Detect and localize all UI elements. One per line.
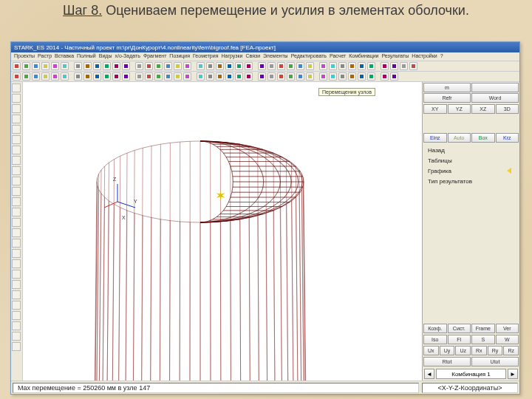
btn-rz[interactable]: Rz: [503, 346, 519, 355]
palette-icon[interactable]: [12, 146, 21, 154]
toolbar-icon[interactable]: [32, 72, 40, 81]
toolbar-icon[interactable]: [225, 72, 233, 81]
toolbar-icon[interactable]: [41, 72, 50, 81]
btn-yz[interactable]: YZ: [448, 104, 471, 114]
toolbar-icon[interactable]: [206, 72, 214, 81]
toolbar-icon[interactable]: [235, 72, 243, 81]
toolbar-icon[interactable]: [164, 72, 172, 81]
toolbar-icon[interactable]: [358, 72, 366, 81]
toolbar-icon[interactable]: [164, 62, 172, 70]
btn-krz[interactable]: Krz: [496, 133, 519, 143]
menu-item[interactable]: Настройки: [412, 53, 437, 58]
toolbar-icon[interactable]: [367, 72, 375, 81]
btn-auto[interactable]: Auto: [448, 133, 471, 143]
palette-icon[interactable]: [12, 115, 21, 123]
toolbar-icon[interactable]: [216, 62, 224, 70]
palette-icon[interactable]: [12, 218, 21, 227]
toolbar-icon[interactable]: [225, 62, 233, 70]
menu-result-type[interactable]: Тип результатов: [426, 177, 516, 187]
toolbar-icon[interactable]: [338, 72, 347, 81]
btn-einz[interactable]: Einz: [423, 133, 447, 143]
palette-icon[interactable]: [12, 332, 21, 341]
toolbar-icon[interactable]: [258, 72, 266, 81]
toolbar-icon[interactable]: [103, 72, 111, 81]
menu-item[interactable]: Фрагмент: [143, 53, 166, 58]
btn-s[interactable]: S: [471, 335, 495, 344]
toolbar-icon[interactable]: [122, 72, 130, 81]
toolbar-icon[interactable]: [381, 62, 389, 70]
combo-prev-icon[interactable]: ◄: [424, 369, 434, 379]
toolbar-icon[interactable]: [235, 62, 243, 70]
toolbar-icon[interactable]: [245, 72, 253, 81]
menu-graphics[interactable]: Графика: [426, 166, 516, 177]
toolbar-icon[interactable]: [287, 62, 295, 70]
toolbar-icon[interactable]: [22, 72, 30, 81]
toolbar-icon[interactable]: [135, 62, 143, 70]
toolbar-icon[interactable]: [338, 62, 347, 70]
toolbar-icon[interactable]: [135, 72, 143, 81]
btn-word[interactable]: Word: [471, 93, 519, 103]
toolbar-icon[interactable]: [174, 72, 182, 81]
menu-item[interactable]: Расчет: [330, 53, 346, 58]
toolbar-icon[interactable]: [277, 72, 285, 81]
titlebar[interactable]: STARK_ES 2014 - Частичный проект m:\pr\Д…: [11, 42, 519, 52]
toolbar-icon[interactable]: [74, 62, 82, 70]
toolbar-icon[interactable]: [183, 72, 191, 81]
btn-utot[interactable]: Utot: [471, 357, 519, 366]
toolbar-icon[interactable]: [296, 72, 304, 81]
toolbar-icon[interactable]: [358, 62, 366, 70]
menu-tables[interactable]: Таблицы: [426, 156, 516, 166]
toolbar-icon[interactable]: [296, 62, 304, 70]
toolbar-icon[interactable]: [306, 72, 314, 81]
toolbar-icon[interactable]: [13, 72, 21, 81]
palette-icon[interactable]: [12, 83, 21, 92]
toolbar-icon[interactable]: [306, 62, 314, 70]
btn-uy[interactable]: Uy: [440, 346, 455, 355]
palette-icon[interactable]: [12, 166, 21, 175]
toolbar-icon[interactable]: [409, 62, 417, 70]
toolbar-icon[interactable]: [329, 72, 337, 81]
toolbar-icon[interactable]: [32, 62, 40, 70]
btn-coef[interactable]: Коэф.: [423, 324, 447, 333]
btn-frame[interactable]: Frame: [471, 324, 495, 333]
palette-icon[interactable]: [12, 321, 21, 330]
toolbar-icon[interactable]: [183, 62, 191, 70]
palette-icon[interactable]: [12, 311, 21, 320]
palette-icon[interactable]: [12, 197, 21, 206]
toolbar-icon[interactable]: [61, 62, 69, 70]
palette-icon[interactable]: [12, 125, 21, 134]
toolbar-icon[interactable]: [74, 72, 82, 81]
menu-item[interactable]: Позиция: [169, 53, 190, 58]
toolbar-icon[interactable]: [319, 62, 327, 70]
toolbar-icon[interactable]: [41, 62, 50, 70]
palette-icon[interactable]: [12, 249, 21, 258]
menu-item[interactable]: Проекты: [14, 53, 35, 58]
toolbar-icon[interactable]: [83, 62, 92, 70]
palette-icon[interactable]: [12, 270, 21, 279]
toolbar-icon[interactable]: [197, 72, 205, 81]
palette-icon[interactable]: [12, 228, 21, 237]
palette-icon[interactable]: [12, 290, 21, 299]
palette-icon[interactable]: [12, 239, 21, 248]
btn-ver[interactable]: Ver: [496, 324, 519, 333]
palette-icon[interactable]: [12, 301, 21, 310]
toolbar-icon[interactable]: [93, 72, 101, 81]
menu-item[interactable]: Виды: [99, 53, 112, 58]
menu-item[interactable]: Результаты: [381, 53, 409, 58]
btn-sist[interactable]: Сист.: [448, 324, 471, 333]
toolbar-icon[interactable]: [13, 62, 21, 70]
toolbar-icon[interactable]: [245, 62, 253, 70]
menu-item[interactable]: x/o-Задать: [115, 53, 140, 58]
menu-item[interactable]: Геометрия: [193, 53, 218, 58]
toolbar-icon[interactable]: [329, 62, 337, 70]
menu-back[interactable]: Назад: [426, 146, 516, 156]
toolbar-icon[interactable]: [83, 72, 92, 81]
btn-blank[interactable]: [471, 83, 519, 92]
menu-item[interactable]: Полный: [77, 53, 96, 58]
toolbar-icon[interactable]: [154, 62, 163, 70]
toolbar-icon[interactable]: [348, 72, 356, 81]
toolbar-icon[interactable]: [319, 72, 327, 81]
btn-w[interactable]: W: [496, 335, 519, 344]
toolbar-icon[interactable]: [267, 72, 276, 81]
toolbar-icon[interactable]: [216, 72, 224, 81]
